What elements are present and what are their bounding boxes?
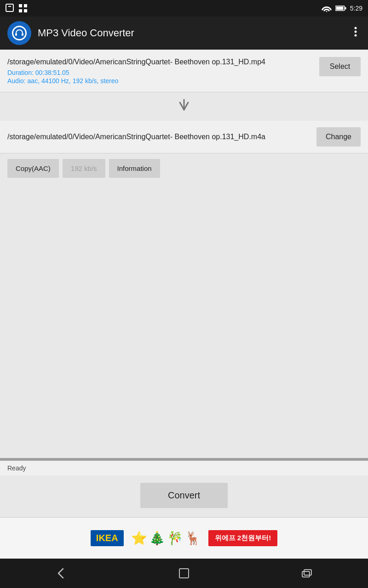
main-content: /storage/emulated/0/Video/AmericanString… [0,50,368,517]
output-file-section: /storage/emulated/0/Video/AmericanString… [0,121,368,153]
svg-rect-2 [19,4,22,7]
svg-point-15 [355,34,357,37]
home-button[interactable] [167,563,201,583]
progress-area: Ready [0,458,368,475]
more-vert-icon [354,26,357,37]
svg-rect-8 [336,7,343,10]
change-button[interactable]: Change [316,127,361,147]
input-file-duration: Duration: 00:38:51.05 [7,69,314,76]
nav-bar [0,559,368,588]
svg-rect-12 [22,33,23,36]
svg-point-14 [355,31,357,33]
battery-icon [335,5,346,11]
select-button[interactable]: Select [319,57,361,76]
svg-rect-4 [19,9,22,12]
wemakeprice-ad[interactable]: 위에프 2천원부터! [208,530,278,546]
svg-point-13 [355,27,357,29]
grid-icon [18,4,28,13]
app-title: MP3 Video Converter [38,27,351,39]
status-bar-left [6,4,28,13]
app-bar: MP3 Video Converter [0,17,368,50]
back-button[interactable] [44,563,79,583]
down-arrow-icon [175,98,193,115]
svg-rect-3 [24,4,27,7]
home-icon [178,567,190,580]
input-file-path: /storage/emulated/0/Video/AmericanString… [7,57,314,67]
convert-button[interactable]: Convert [140,483,228,508]
svg-rect-0 [6,4,13,11]
information-button[interactable]: Information [109,159,160,178]
svg-rect-19 [302,571,310,577]
output-file-path: /storage/emulated/0/Video/AmericanString… [7,133,316,141]
svg-point-10 [13,27,25,39]
back-icon [55,567,68,580]
arrow-area [0,92,368,121]
tree-icon: 🎄 [149,531,165,546]
app-icon [7,21,31,45]
status-text: Ready [0,461,368,475]
status-bar: 5:29 [0,0,368,17]
ad-banner[interactable]: IKEA ⭐ 🎄 🎋 🦌 위에프 2천원부터! [0,517,368,559]
recents-icon [300,567,313,580]
star-icon: ⭐ [131,531,147,546]
svg-rect-11 [15,33,17,36]
christmas-ad: ⭐ 🎄 🎋 🦌 [131,531,201,546]
notification-icon [6,4,14,13]
app-icon-inner [12,26,27,40]
bitrate-button[interactable]: 192 kb/s [63,159,105,178]
svg-rect-17 [179,569,189,578]
svg-rect-9 [345,7,346,10]
more-menu-button[interactable] [351,23,361,44]
deer-icon: 🦌 [185,531,201,546]
headphone-icon [13,27,26,40]
time-display: 5:29 [350,5,362,12]
input-file-info: /storage/emulated/0/Video/AmericanString… [7,57,319,85]
svg-rect-18 [304,570,311,575]
svg-point-6 [326,11,327,12]
wifi-icon [322,5,332,12]
svg-rect-1 [8,6,11,7]
recents-button[interactable] [289,563,324,583]
wreath-icon: 🎋 [167,531,183,546]
copy-aac-button[interactable]: Copy(AAC) [7,159,59,178]
convert-section: Convert [0,475,368,517]
ikea-ad[interactable]: IKEA [91,530,124,546]
action-buttons-row: Copy(AAC) 192 kb/s Information [0,153,368,183]
svg-rect-5 [24,9,27,12]
content-spacer [0,183,368,458]
input-file-audio: Audio: aac, 44100 Hz, 192 kb/s, stereo [7,77,314,85]
status-bar-right: 5:29 [322,5,362,12]
input-file-section: /storage/emulated/0/Video/AmericanString… [0,50,368,92]
